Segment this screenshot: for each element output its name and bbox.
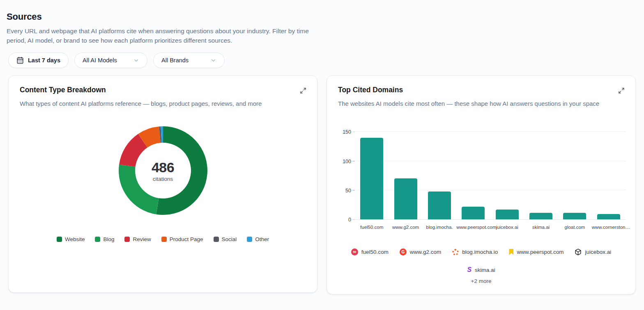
sources-page: Sources Every URL and webpage that AI pl… — [0, 0, 644, 294]
legend-item-blog[interactable]: Blog — [95, 236, 114, 242]
bar-chart: 050100150 fuel50.comwww.g2.comblog.imoch… — [338, 126, 626, 230]
x-axis-label: juicebox.ai — [496, 225, 518, 230]
donut-chart: 486 citations — [117, 125, 209, 217]
bar-blog.imocha.[interactable] — [428, 191, 451, 219]
cards-row: Content Type Breakdown What types of con… — [8, 75, 636, 294]
legend-item-product-page[interactable]: Product Page — [161, 236, 203, 242]
bar-fuel50.com[interactable] — [360, 138, 383, 220]
bar-www.cornerston-[interactable] — [597, 214, 620, 219]
expand-icon — [300, 87, 306, 94]
cited-domain-text: juicebox.ai — [585, 249, 611, 255]
cited-domain-item: Sskima.ai — [467, 267, 495, 273]
ai-models-select[interactable]: All AI Models — [74, 52, 147, 68]
cited-domain-text: www.g2.com — [410, 249, 442, 255]
y-tick-label: 100 — [343, 159, 351, 164]
cited-domains-list: 50fuel50.comGwww.g2.comblog.imocha.iowww… — [337, 248, 626, 273]
bar-www.peerspot.com[interactable] — [462, 207, 485, 219]
legend-label: Blog — [103, 236, 114, 242]
top-domains-card: Top Cited Domains The websites AI models… — [327, 75, 636, 294]
x-axis-label: fuel50.com — [360, 225, 383, 230]
chevron-down-icon — [210, 57, 216, 64]
x-axis-labels: fuel50.comwww.g2.comblog.imocha.www.peer… — [355, 223, 626, 230]
expand-button[interactable] — [617, 87, 626, 95]
donut-svg — [117, 125, 209, 217]
calendar-icon — [16, 57, 24, 64]
content-type-card: Content Type Breakdown What types of con… — [8, 75, 317, 293]
x-axis-label: blog.imocha. — [426, 225, 453, 230]
cited-domain-item: juicebox.ai — [575, 248, 611, 255]
imocha-favicon — [452, 249, 459, 255]
content-type-card-title: Content Type Breakdown — [20, 86, 106, 94]
cited-domain-item: Gwww.g2.com — [400, 248, 442, 255]
legend-label: Website — [65, 236, 85, 242]
bar-gloat.com[interactable] — [563, 213, 586, 219]
plot-area — [355, 126, 626, 220]
cited-domain-item: blog.imocha.io — [452, 249, 498, 255]
expand-icon — [618, 87, 625, 94]
page-title: Sources — [7, 11, 636, 22]
x-axis-label: gloat.com — [565, 225, 585, 230]
legend-item-other[interactable]: Other — [247, 236, 269, 242]
legend-swatch — [247, 237, 252, 242]
date-range-label: Last 7 days — [28, 57, 60, 64]
donut-legend: WebsiteBlogReviewProduct PageSocialOther — [18, 236, 307, 242]
bar-skima.ai[interactable] — [529, 213, 552, 219]
cited-domain-text: skima.ai — [475, 267, 495, 273]
brands-select[interactable]: All Brands — [153, 52, 225, 68]
legend-swatch — [214, 237, 219, 242]
donut-slice-website[interactable] — [156, 126, 207, 215]
x-axis-label: skima.ai — [532, 225, 550, 230]
top-domains-card-title: Top Cited Domains — [338, 86, 403, 94]
y-tick-label: 0 — [348, 217, 351, 223]
juicebox-favicon — [575, 248, 582, 255]
cited-domain-text: blog.imocha.io — [462, 249, 498, 255]
legend-label: Review — [133, 236, 151, 242]
date-range-button[interactable]: Last 7 days — [8, 52, 69, 68]
donut-slice-blog[interactable] — [119, 164, 159, 214]
cited-domain-item: www.peerspot.com — [509, 249, 564, 255]
top-domains-card-subtitle: The websites AI models cite most often —… — [338, 99, 603, 108]
legend-label: Product Page — [170, 236, 203, 242]
cited-domain-text: www.peerspot.com — [517, 249, 564, 255]
chevron-down-icon — [133, 57, 139, 64]
page-description: Every URL and webpage that AI platforms … — [7, 26, 310, 45]
legend-swatch — [95, 237, 100, 242]
more-domains-label: +2 more — [337, 278, 626, 284]
x-axis-label: www.cornerston… — [592, 225, 630, 230]
ai-models-value: All AI Models — [83, 57, 117, 64]
g2-favicon: G — [400, 248, 407, 255]
legend-item-website[interactable]: Website — [57, 236, 85, 242]
cited-domain-item: 50fuel50.com — [351, 248, 389, 255]
content-type-card-subtitle: What types of content AI platforms refer… — [20, 99, 307, 108]
fuel50-favicon: 50 — [351, 248, 358, 255]
filters-bar: Last 7 days All AI Models All Brands — [8, 52, 636, 68]
legend-swatch — [124, 237, 130, 242]
cited-domain-text: fuel50.com — [361, 249, 389, 255]
y-tick-label: 150 — [343, 129, 351, 135]
x-axis-label: www.g2.com — [392, 225, 419, 230]
expand-button[interactable] — [299, 87, 307, 95]
brands-value: All Brands — [161, 57, 189, 64]
peerspot-favicon — [509, 249, 513, 255]
legend-item-review[interactable]: Review — [124, 236, 151, 242]
bar-www.g2.com[interactable] — [394, 178, 417, 219]
legend-label: Other — [255, 236, 269, 242]
bar-juicebox.ai[interactable] — [496, 210, 519, 219]
legend-swatch — [161, 237, 167, 242]
legend-item-social[interactable]: Social — [214, 236, 237, 242]
skima-favicon: S — [467, 267, 472, 273]
legend-label: Social — [222, 236, 237, 242]
y-axis: 050100150 — [338, 126, 355, 220]
legend-swatch — [57, 237, 62, 242]
y-tick-label: 50 — [345, 188, 351, 194]
